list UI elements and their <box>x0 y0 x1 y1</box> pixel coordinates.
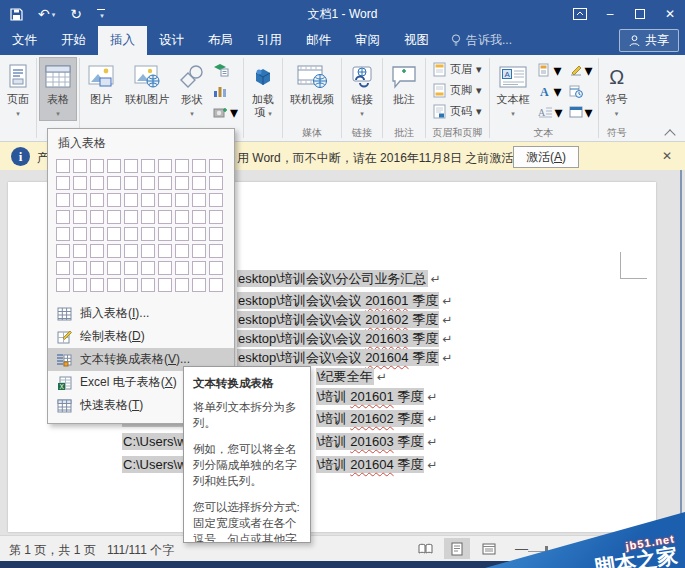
online-video-button[interactable]: 联机视频 <box>285 57 339 106</box>
pages-button[interactable]: 页面 ▾ <box>2 57 34 120</box>
doc-line[interactable]: esktop\培训会议\会议 201601 季度↵ <box>237 292 452 310</box>
textbox-button[interactable]: A 文本框 ▾ <box>492 57 535 120</box>
word-count-status[interactable]: 111/111 个字 <box>107 542 174 559</box>
close-button[interactable]: ✕ <box>655 0 685 28</box>
table-grid-cell[interactable] <box>107 210 121 224</box>
table-grid-cell[interactable] <box>192 159 206 173</box>
table-grid-cell[interactable] <box>175 278 189 292</box>
table-grid-cell[interactable] <box>175 227 189 241</box>
footer-button[interactable]: 页脚▾ <box>430 81 485 100</box>
smartart-icon[interactable] <box>213 61 238 79</box>
table-grid-cell[interactable] <box>107 278 121 292</box>
table-grid-cell[interactable] <box>192 227 206 241</box>
table-grid-cell[interactable] <box>141 244 155 258</box>
tab-insert[interactable]: 插入 <box>98 26 147 55</box>
table-grid-cell[interactable] <box>107 261 121 275</box>
table-grid-cell[interactable] <box>90 244 104 258</box>
table-grid-cell[interactable] <box>141 278 155 292</box>
table-grid-cell[interactable] <box>175 193 189 207</box>
tab-references[interactable]: 引用 <box>245 26 294 55</box>
minimize-button[interactable]: – <box>595 0 625 28</box>
table-grid-cell[interactable] <box>192 278 206 292</box>
comment-button[interactable]: 批注 <box>385 57 423 106</box>
picture-button[interactable]: 图片 <box>82 57 120 106</box>
table-grid-cell[interactable] <box>56 210 70 224</box>
table-grid-cell[interactable] <box>192 261 206 275</box>
drop-cap-icon[interactable]: A▾ <box>538 103 563 121</box>
addins-button[interactable]: 加载 项 ▾ <box>246 57 280 120</box>
table-grid-cell[interactable] <box>175 159 189 173</box>
doc-line[interactable]: \培训 201601 季度↵ <box>316 388 437 406</box>
table-grid-cell[interactable] <box>56 227 70 241</box>
table-grid-cell[interactable] <box>56 244 70 258</box>
table-grid-cell[interactable] <box>124 193 138 207</box>
table-grid-cell[interactable] <box>56 278 70 292</box>
doc-line[interactable]: esktop\培训会议\会议 201603 季度↵ <box>237 330 452 348</box>
table-grid-cell[interactable] <box>124 159 138 173</box>
table-grid-cell[interactable] <box>175 176 189 190</box>
table-grid-cell[interactable] <box>73 176 87 190</box>
table-grid-cell[interactable] <box>124 176 138 190</box>
date-time-icon[interactable] <box>569 82 593 100</box>
table-grid-cell[interactable] <box>73 227 87 241</box>
table-grid-cell[interactable] <box>124 210 138 224</box>
quick-parts-icon[interactable]: ▾ <box>538 61 563 79</box>
web-layout-icon[interactable] <box>476 538 502 559</box>
table-grid-cell[interactable] <box>90 261 104 275</box>
table-grid-cell[interactable] <box>107 176 121 190</box>
link-button[interactable]: 链接 ▾ <box>344 57 380 120</box>
table-grid-cell[interactable] <box>73 278 87 292</box>
table-grid-cell[interactable] <box>141 227 155 241</box>
table-grid-cell[interactable] <box>73 244 87 258</box>
table-grid-cell[interactable] <box>73 210 87 224</box>
notice-close-icon[interactable]: ✕ <box>662 149 672 163</box>
doc-line[interactable]: esktop\培训会议\会议 201602 季度↵ <box>237 311 452 329</box>
table-grid-cell[interactable] <box>73 193 87 207</box>
object-icon[interactable]: ▾ <box>569 103 593 121</box>
table-grid-cell[interactable] <box>158 278 172 292</box>
table-grid-cell[interactable] <box>209 193 223 207</box>
tab-layout[interactable]: 布局 <box>196 26 245 55</box>
table-grid-cell[interactable] <box>56 261 70 275</box>
table-grid-cell[interactable] <box>141 159 155 173</box>
table-grid-cell[interactable] <box>209 227 223 241</box>
tab-review[interactable]: 审阅 <box>343 26 392 55</box>
table-grid-cell[interactable] <box>107 193 121 207</box>
collapse-ribbon-icon[interactable] <box>665 129 675 137</box>
table-grid-cell[interactable] <box>141 210 155 224</box>
table-grid-cell[interactable] <box>141 193 155 207</box>
page-count-status[interactable]: 第 1 页，共 1 页 <box>9 542 96 559</box>
table-grid-cell[interactable] <box>56 176 70 190</box>
tab-home[interactable]: 开始 <box>49 26 98 55</box>
header-button[interactable]: 页眉▾ <box>430 60 485 79</box>
menu-item-draw-table[interactable]: 绘制表格(D) <box>48 325 234 348</box>
table-grid-cell[interactable] <box>158 261 172 275</box>
symbol-button[interactable]: Ω 符号 ▾ <box>601 57 633 120</box>
chart-icon[interactable] <box>213 82 238 100</box>
doc-line[interactable]: \培训 201604 季度↵ <box>316 456 437 474</box>
table-grid-cell[interactable] <box>209 176 223 190</box>
wordart-icon[interactable]: A▾ <box>538 82 563 100</box>
page-number-button[interactable]: 页码▾ <box>430 102 485 121</box>
table-grid-cell[interactable] <box>124 261 138 275</box>
table-grid-cell[interactable] <box>192 193 206 207</box>
table-grid-cell[interactable] <box>107 227 121 241</box>
table-grid-cell[interactable] <box>192 210 206 224</box>
table-grid-cell[interactable] <box>107 244 121 258</box>
doc-line[interactable]: \培训 201603 季度↵ <box>316 433 437 451</box>
table-grid-cell[interactable] <box>124 278 138 292</box>
doc-line[interactable]: \纪要全年↵ <box>316 368 387 386</box>
table-grid-cell[interactable] <box>209 244 223 258</box>
table-grid-cell[interactable] <box>90 210 104 224</box>
table-grid-cell[interactable] <box>158 193 172 207</box>
tab-view[interactable]: 视图 <box>392 26 441 55</box>
table-grid-cell[interactable] <box>192 244 206 258</box>
tab-design[interactable]: 设计 <box>147 26 196 55</box>
online-pictures-button[interactable]: 联机图片 <box>120 57 174 106</box>
activate-button[interactable]: 激活(A) <box>513 146 579 168</box>
table-grid-cell[interactable] <box>175 210 189 224</box>
ribbon-display-options-icon[interactable] <box>565 0 595 28</box>
table-grid-cell[interactable] <box>90 278 104 292</box>
table-grid-cell[interactable] <box>192 176 206 190</box>
table-grid-cell[interactable] <box>209 210 223 224</box>
